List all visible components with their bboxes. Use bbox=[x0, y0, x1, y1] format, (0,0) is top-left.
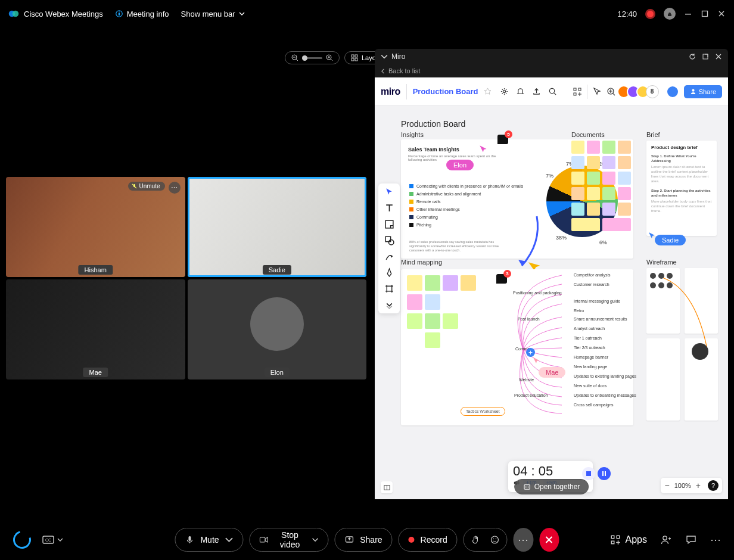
record-button[interactable]: Record bbox=[399, 528, 458, 552]
chat-icon[interactable] bbox=[685, 534, 697, 546]
chart-legend: Connecting with clients in presence or p… bbox=[409, 182, 523, 229]
window-close-button[interactable] bbox=[717, 10, 726, 18]
share-screen-button[interactable]: Share bbox=[334, 528, 392, 552]
meeting-duration-icon[interactable] bbox=[10, 528, 35, 552]
cursor-arrow-icon bbox=[478, 144, 489, 155]
star-icon[interactable] bbox=[484, 88, 492, 95]
close-icon[interactable] bbox=[715, 53, 722, 60]
svg-rect-5 bbox=[685, 14, 691, 15]
board-name[interactable]: Production Board bbox=[413, 87, 478, 96]
wireframe-frame[interactable] bbox=[646, 268, 723, 425]
privacy-indicator-icon[interactable] bbox=[664, 8, 676, 20]
participant-more-button[interactable]: ⋯ bbox=[169, 182, 181, 194]
open-together-button[interactable]: Open together bbox=[514, 479, 589, 494]
mute-button[interactable]: Mute bbox=[175, 528, 243, 552]
zoom-value[interactable]: 100% bbox=[674, 482, 691, 489]
svg-rect-44 bbox=[611, 536, 614, 539]
sticky-tool-icon[interactable] bbox=[384, 219, 394, 229]
panel-back-button[interactable]: Back to list bbox=[375, 64, 728, 77]
cursor-tag-mae: Mae bbox=[539, 367, 565, 378]
collaborator-avatars[interactable]: 8 bbox=[621, 85, 659, 98]
apps-icon bbox=[610, 534, 621, 545]
brief-frame[interactable]: Product design brief Step 1. Define What… bbox=[646, 141, 717, 236]
more-options-button[interactable]: ⋯ bbox=[514, 528, 533, 552]
zoom-slider[interactable] bbox=[285, 51, 340, 64]
frame-tool-icon[interactable] bbox=[384, 284, 394, 294]
participant-tile-mae[interactable]: Mae bbox=[6, 279, 185, 379]
svg-rect-25 bbox=[574, 93, 576, 95]
window-maximize-button[interactable] bbox=[701, 10, 709, 18]
help-button[interactable]: ? bbox=[708, 480, 719, 491]
pen-tool-icon[interactable] bbox=[384, 267, 394, 278]
participant-tile-elon[interactable]: Elon bbox=[188, 279, 367, 379]
miro-board[interactable]: miro Production Board 8 bbox=[375, 77, 728, 499]
stop-video-button[interactable]: Stop video bbox=[250, 528, 329, 552]
app-name: Cisco Webex Meetings bbox=[24, 10, 103, 18]
brief-title: Product design brief bbox=[651, 145, 712, 150]
svg-rect-39 bbox=[260, 537, 265, 542]
meeting-info-button[interactable]: Meeting info bbox=[115, 10, 169, 18]
zoom-in-icon bbox=[326, 54, 333, 61]
svg-point-35 bbox=[527, 486, 528, 487]
tactics-worksheet-node[interactable]: Tactics Worksheet bbox=[461, 407, 505, 416]
video-grid: Unmute ⋯ Hisham Sadie Mae Elon bbox=[6, 177, 366, 379]
emoji-icon bbox=[490, 535, 500, 545]
bell-icon[interactable] bbox=[516, 87, 525, 96]
panel-options-button[interactable]: ⋯ bbox=[710, 533, 721, 546]
zoom-out-button[interactable]: − bbox=[664, 481, 669, 490]
presentation-mode-button[interactable] bbox=[381, 481, 393, 493]
zoom-in-button[interactable]: + bbox=[696, 481, 701, 490]
add-node-button[interactable]: + bbox=[526, 348, 535, 357]
apps-button[interactable]: Apps bbox=[610, 534, 647, 545]
svg-point-27 bbox=[692, 89, 694, 92]
raise-hand-button[interactable] bbox=[468, 531, 484, 548]
participants-icon[interactable] bbox=[660, 534, 672, 546]
closed-captions-button[interactable]: CC bbox=[42, 533, 63, 546]
chevron-down-icon bbox=[225, 536, 234, 544]
profile-avatar[interactable] bbox=[666, 85, 679, 98]
svg-rect-6 bbox=[702, 11, 708, 17]
shapes-tool-icon[interactable] bbox=[384, 235, 394, 245]
export-icon[interactable] bbox=[532, 87, 541, 96]
connector-tool-icon[interactable] bbox=[384, 251, 394, 262]
text-tool-icon[interactable] bbox=[384, 203, 394, 213]
svg-point-20 bbox=[503, 90, 506, 92]
mic-icon bbox=[185, 535, 194, 545]
apps-grid-icon[interactable] bbox=[573, 87, 582, 97]
panel-header: Miro bbox=[375, 49, 728, 64]
refresh-icon[interactable] bbox=[689, 53, 696, 60]
documents-frame[interactable] bbox=[571, 141, 635, 230]
miro-canvas[interactable]: Production Board Insights Sales Team Ins… bbox=[375, 106, 728, 499]
participant-tile-hisham[interactable]: Unmute ⋯ Hisham bbox=[6, 177, 185, 277]
popout-icon[interactable] bbox=[702, 53, 709, 60]
mindmap-stickies bbox=[407, 275, 484, 347]
participant-name: Elon bbox=[265, 368, 290, 377]
miro-share-button[interactable]: Share bbox=[684, 85, 722, 98]
zoom-plus-icon[interactable] bbox=[607, 87, 616, 97]
participant-name: Sadie bbox=[263, 265, 291, 275]
svg-line-11 bbox=[331, 59, 332, 61]
cursor-tool-icon[interactable] bbox=[384, 187, 394, 197]
svg-rect-19 bbox=[703, 54, 708, 59]
gear-icon[interactable] bbox=[500, 87, 509, 96]
person-icon bbox=[690, 88, 696, 95]
mindmap-lines bbox=[490, 269, 633, 425]
cursor-icon[interactable] bbox=[592, 87, 602, 97]
leave-meeting-button[interactable] bbox=[539, 528, 559, 552]
search-icon[interactable] bbox=[548, 87, 557, 96]
unmute-pill[interactable]: Unmute bbox=[128, 182, 164, 191]
mindmap-frame[interactable]: 3 Competitor analysis Customer bbox=[401, 269, 633, 425]
chevron-down-icon[interactable] bbox=[381, 53, 388, 60]
more-tools-icon[interactable] bbox=[384, 300, 394, 310]
timer-pause-button[interactable] bbox=[598, 467, 611, 480]
recording-indicator-icon[interactable] bbox=[645, 9, 655, 19]
window-minimize-button[interactable] bbox=[684, 10, 692, 18]
miro-logo[interactable]: miro bbox=[381, 86, 400, 97]
comment-icon[interactable]: 5 bbox=[497, 135, 508, 144]
reactions-button[interactable] bbox=[487, 531, 503, 548]
participant-tile-sadie[interactable]: Sadie bbox=[188, 177, 367, 277]
svg-rect-23 bbox=[574, 88, 576, 91]
show-menu-bar-button[interactable]: Show menu bar bbox=[181, 10, 245, 18]
lock-info-icon bbox=[115, 10, 123, 18]
timer-stop-button[interactable] bbox=[582, 467, 595, 480]
